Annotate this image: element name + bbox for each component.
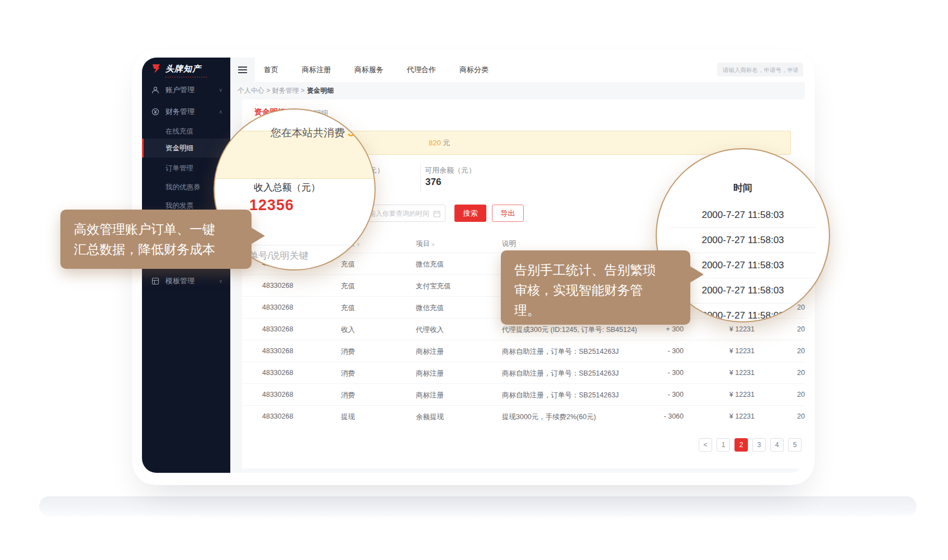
chevron-down-icon: ∨: [219, 278, 222, 284]
cell-project: 商标注册: [416, 391, 444, 400]
cell-balance: ¥ 12231: [706, 369, 755, 377]
pagination-button[interactable]: 5: [788, 438, 802, 452]
cell-time: 2000-7-27 11:58:03: [797, 303, 805, 311]
cell-project: 代理收入: [416, 325, 444, 335]
stat-balance-label: 可用余额（元）: [425, 165, 476, 175]
brand-tagline-microtext: [165, 77, 207, 78]
cell-project: 微信充值: [416, 260, 444, 269]
sidebar-item-account[interactable]: 账户管理 ∨: [142, 80, 230, 99]
table-row: 48330268 消费 商标注册 商标自助注册，订单号：SB2514263J -…: [242, 340, 805, 362]
cell-amount: - 3060: [633, 412, 684, 420]
nav-link[interactable]: 代理合作: [407, 65, 436, 75]
cell-balance: ¥ 12231: [706, 412, 755, 420]
breadcrumb-bar: 个人中心 > 财务管理 >资金明细: [230, 82, 805, 99]
pagination-button[interactable]: 3: [752, 438, 766, 452]
cell-order-no: 48330268: [262, 391, 293, 398]
cell-order-no: 48330268: [262, 303, 293, 311]
brand-name: 头牌知产: [165, 64, 201, 74]
zoomed-time-header: 时间: [657, 182, 829, 194]
cell-time: 2000-7-27 11:58:03: [797, 325, 805, 333]
pagination: < 1 2 3 4 5: [699, 438, 802, 452]
pagination-button[interactable]: 4: [770, 438, 784, 452]
pagination-button[interactable]: 1: [717, 438, 730, 452]
cell-type: 消费: [341, 369, 355, 378]
cell-type: 充值: [341, 282, 355, 291]
pagination-button[interactable]: 2: [734, 438, 748, 452]
table-row: 48330268 消费 商标注册 商标自助注册，订单号：SB2514263J -…: [242, 362, 805, 383]
laptop-base: [39, 496, 917, 516]
marketing-composition: 头牌知产 账户管理 ∨: [0, 0, 948, 560]
cell-balance: ¥ 12231: [706, 391, 755, 398]
export-button[interactable]: 导出: [492, 205, 524, 222]
callout-left-line2: 汇总数据，降低财务成本: [74, 239, 238, 259]
nav-link[interactable]: 商标注册: [302, 65, 331, 75]
sidebar-item-finance[interactable]: 财务管理 ∧: [142, 102, 230, 121]
cell-project: 支付宝充值: [416, 282, 451, 291]
callout-arrow-right-icon: [251, 227, 265, 244]
pagination-button[interactable]: <: [699, 438, 712, 452]
callout-left-line1: 高效管理账户订单、一键: [74, 219, 238, 239]
cell-project: 商标注册: [416, 347, 444, 357]
sidebar-item-label: 账户管理: [165, 85, 219, 95]
chevron-up-icon: ∧: [219, 109, 222, 115]
chevron-down-icon: ∨: [219, 87, 222, 93]
finance-icon: [151, 108, 160, 116]
chevron-down-icon: ∨: [432, 242, 435, 247]
callout-right-line2: 审核，实现智能财务管: [514, 280, 677, 300]
cell-time: 2000-7-27 11:58:03: [797, 391, 805, 398]
calendar-icon[interactable]: [433, 210, 440, 220]
cell-amount: + 300: [633, 325, 684, 333]
cell-description: 提现3000元，手续费2%(60元): [502, 412, 596, 422]
col-header-desc: 说明: [502, 239, 516, 249]
user-icon: [151, 86, 160, 94]
cell-order-no: 48330268: [262, 282, 293, 290]
sidebar-item-template-management[interactable]: 模板管理 ∨: [142, 272, 230, 291]
nav-link[interactable]: 商标服务: [354, 65, 383, 75]
banner-tail-text: 820 元: [429, 138, 450, 148]
cell-type: 消费: [341, 347, 355, 357]
breadcrumb: 个人中心 > 财务管理 >资金明细: [238, 86, 334, 96]
breadcrumb-current: 资金明细: [307, 87, 334, 94]
sidebar-item-online-recharge[interactable]: 在线充值: [142, 122, 230, 141]
top-navbar: 首页 商标注册 商标服务 代理合作 商标分类: [230, 58, 805, 82]
cell-time: 2000-7-27 11:58:03: [797, 412, 805, 420]
zoomed-time-row: 2000-7-27 11:58:03: [670, 203, 816, 228]
cell-balance: ¥ 12231: [706, 325, 755, 333]
brand-flag-icon: [151, 63, 162, 74]
cell-balance: ¥ 12231: [706, 347, 755, 355]
stat-balance-value: 376: [425, 177, 441, 188]
cell-description: 商标自助注册，订单号：SB2514263J: [502, 369, 619, 378]
callout-arrow-right-icon: [690, 266, 704, 283]
col-header-project[interactable]: 项目∨: [416, 239, 435, 249]
cell-amount: - 300: [633, 391, 684, 398]
cell-description: 商标自助注册，订单号：SB2514263J: [502, 391, 619, 400]
trademark-search-input[interactable]: [717, 63, 803, 77]
cell-amount: - 300: [633, 369, 684, 377]
template-icon: [151, 277, 160, 285]
brand-logo[interactable]: 头牌知产: [151, 63, 201, 74]
table-row: 48330268 消费 商标注册 商标自助注册，订单号：SB2514263J -…: [242, 383, 805, 405]
cell-type: 消费: [341, 391, 355, 400]
stat-divider: [420, 163, 421, 192]
zoomed-income-label: 收入总额（元）: [254, 181, 320, 194]
nav-link[interactable]: 首页: [264, 65, 278, 75]
nav-links: 首页 商标注册 商标服务 代理合作 商标分类: [264, 58, 489, 82]
callout-right: 告别手工统计、告别繁琐 审核，实现智能财务管 理。: [501, 250, 690, 325]
nav-link[interactable]: 商标分类: [459, 65, 489, 75]
cell-time: 2000-7-27 11:58:03: [797, 369, 805, 377]
sidebar-item-label: 财务管理: [165, 107, 219, 117]
cell-order-no: 48330268: [262, 412, 293, 420]
table-row: 48330268 提现 余额提现 提现3000元，手续费2%(60元) - 30…: [242, 405, 805, 427]
search-button[interactable]: 搜索: [454, 205, 486, 222]
zoomed-income-value: 12356: [249, 197, 294, 214]
hamburger-menu-button[interactable]: [230, 58, 255, 82]
cell-order-no: 48330268: [262, 347, 293, 355]
callout-right-line3: 理。: [514, 300, 677, 320]
chevron-down-icon: ∨: [357, 242, 360, 247]
cell-type: 收入: [341, 325, 355, 335]
hamburger-icon: [238, 69, 247, 70]
cell-order-no: 48330268: [262, 369, 293, 377]
sidebar-item-fund-detail[interactable]: 资金明细: [142, 139, 230, 158]
zoomed-time-list: 2000-7-27 11:58:03 2000-7-27 11:58:03 20…: [670, 203, 816, 322]
callout-right-line1: 告别手工统计、告别繁琐: [514, 260, 677, 280]
